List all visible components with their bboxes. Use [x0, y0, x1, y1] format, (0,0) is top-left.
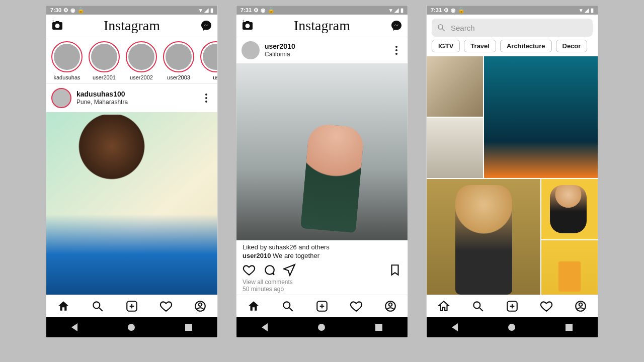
home-icon[interactable]	[437, 300, 450, 313]
search-input[interactable]: Search	[432, 19, 593, 37]
messenger-icon[interactable]	[200, 20, 212, 32]
back-button[interactable]	[71, 323, 77, 331]
status-clock: 7:31	[240, 7, 252, 13]
caption-username[interactable]: user2010	[243, 252, 271, 259]
battery-icon: ▮	[210, 7, 213, 14]
story-avatar	[166, 44, 192, 70]
stories-row[interactable]: kadusuhas user2001 user2002 user2003 us	[46, 37, 217, 84]
post-username[interactable]: kadusuhas100	[76, 90, 128, 99]
bottom-nav	[236, 295, 408, 317]
share-icon[interactable]	[283, 263, 296, 277]
android-softkeys	[236, 317, 408, 337]
app-logo: Instagram	[294, 19, 350, 33]
chip-decor[interactable]: Decor	[556, 40, 588, 52]
profile-icon[interactable]	[194, 300, 207, 313]
search-icon[interactable]	[281, 300, 294, 313]
home-button[interactable]	[318, 324, 325, 331]
chip-travel[interactable]: Travel	[464, 40, 496, 52]
avatar[interactable]	[51, 88, 71, 108]
lock-icon: 🔒	[77, 7, 85, 14]
more-options-icon[interactable]	[199, 90, 213, 106]
messenger-icon[interactable]	[390, 20, 403, 32]
svg-line-2	[99, 308, 103, 311]
home-icon[interactable]	[247, 300, 260, 313]
search-icon[interactable]	[471, 300, 485, 313]
explore-tile[interactable]	[427, 179, 540, 295]
comment-icon[interactable]	[263, 263, 276, 277]
svg-point-7	[199, 303, 202, 307]
signal-icon: ◢	[204, 7, 208, 14]
explore-tile[interactable]	[427, 118, 483, 178]
story-item[interactable]: user2001	[89, 41, 120, 80]
recent-apps-button[interactable]	[185, 324, 192, 331]
svg-point-1	[93, 302, 100, 308]
svg-line-10	[289, 308, 293, 311]
likes-text[interactable]: Liked by suhask26 and others	[236, 240, 408, 252]
like-icon[interactable]	[243, 263, 256, 277]
location-icon: ◉	[451, 7, 456, 14]
back-button[interactable]	[452, 323, 458, 331]
story-item[interactable]: user2003	[163, 41, 194, 80]
recent-apps-button[interactable]	[566, 324, 573, 331]
story-label: us	[213, 74, 217, 80]
explore-tile[interactable]	[541, 240, 598, 295]
story-label: user2002	[130, 74, 153, 80]
wifi-icon: ▾	[580, 7, 583, 14]
camera-icon[interactable]: +	[242, 20, 254, 32]
bottom-nav	[427, 295, 598, 317]
post-username[interactable]: user2010	[265, 42, 295, 51]
story-item[interactable]: user2002	[126, 41, 157, 80]
chip-architecture[interactable]: Architecture	[500, 40, 552, 52]
story-item[interactable]: us	[200, 41, 217, 80]
svg-line-17	[442, 29, 445, 31]
post-location[interactable]: Pune, Maharashtra	[76, 99, 128, 106]
home-button[interactable]	[128, 324, 135, 331]
bookmark-icon[interactable]	[388, 263, 401, 277]
category-chips[interactable]: IGTV Travel Architecture Decor	[427, 40, 598, 56]
recent-apps-button[interactable]	[375, 324, 382, 331]
settings-icon: ⚙	[63, 7, 68, 14]
story-avatar	[91, 44, 117, 70]
back-button[interactable]	[262, 323, 268, 331]
story-item[interactable]: kadusuhas	[51, 41, 83, 80]
more-options-icon[interactable]	[389, 43, 404, 58]
svg-point-15	[389, 303, 392, 307]
activity-icon[interactable]	[159, 300, 173, 313]
status-clock: 7:30	[50, 7, 61, 13]
profile-icon[interactable]	[384, 300, 397, 313]
avatar[interactable]	[242, 41, 260, 59]
post-location[interactable]: California	[265, 51, 295, 58]
home-icon[interactable]	[57, 300, 70, 313]
battery-icon: ▮	[400, 7, 404, 14]
explore-tile[interactable]	[484, 56, 598, 178]
lock-icon: 🔒	[458, 7, 465, 14]
home-button[interactable]	[508, 324, 515, 331]
android-status-bar: 7:31 ⚙ ◉ 🔒 ▾ ◢ ▮	[236, 6, 408, 15]
post-actions	[236, 261, 408, 279]
signal-icon: ◢	[394, 7, 398, 14]
story-label: user2003	[167, 74, 190, 80]
app-header: + Instagram	[236, 15, 408, 37]
view-comments-link[interactable]: View all comments	[236, 279, 408, 286]
add-post-icon[interactable]	[125, 300, 138, 313]
explore-tile[interactable]	[427, 56, 483, 117]
add-post-icon[interactable]	[315, 300, 329, 313]
explore-tile[interactable]	[541, 179, 598, 239]
story-label: kadusuhas	[53, 74, 80, 80]
phone-explore: 7:31 ⚙ ◉ 🔒 ▾ ◢ ▮ Search IGTV Travel Arch…	[426, 5, 598, 338]
profile-icon[interactable]	[574, 300, 587, 313]
phone-home-feed: 7:30 ⚙ ◉ 🔒 ▾ ◢ ▮ + Instagram kadusuhas u…	[46, 5, 218, 338]
svg-point-24	[579, 303, 583, 307]
activity-icon[interactable]	[540, 300, 553, 313]
search-icon[interactable]	[91, 300, 104, 313]
story-avatar	[128, 44, 154, 70]
add-post-icon[interactable]	[506, 300, 519, 313]
search-icon	[437, 23, 446, 32]
post-image[interactable]	[236, 63, 408, 240]
battery-icon: ▮	[591, 7, 594, 14]
chip-igtv[interactable]: IGTV	[432, 40, 460, 52]
post-image[interactable]	[46, 112, 217, 295]
camera-icon[interactable]: +	[51, 20, 63, 32]
activity-icon[interactable]	[350, 300, 363, 313]
android-status-bar: 7:30 ⚙ ◉ 🔒 ▾ ◢ ▮	[46, 6, 217, 15]
